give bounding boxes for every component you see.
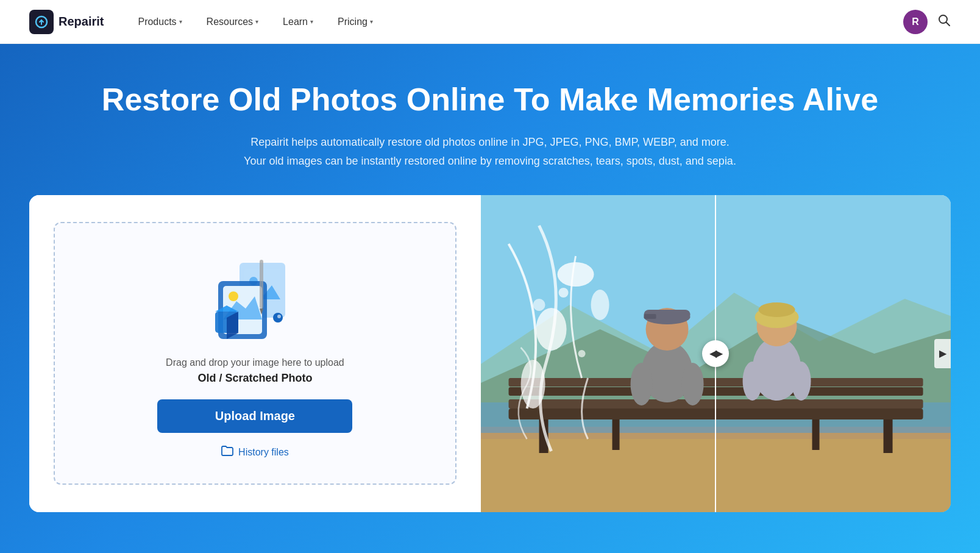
before-after-container: ◀▶ ▶ xyxy=(481,195,951,512)
nav-links: Products ▾ Resources ▾ Learn ▾ Pricing ▾ xyxy=(128,12,903,32)
photo-type-label: Old / Scratched Photo xyxy=(197,372,312,385)
svg-rect-23 xyxy=(883,419,892,453)
upload-dropzone[interactable]: Drag and drop your image here to upload … xyxy=(54,222,456,485)
nav-products[interactable]: Products ▾ xyxy=(128,12,191,32)
svg-point-42 xyxy=(591,290,609,320)
svg-point-41 xyxy=(520,360,545,409)
drag-drop-text: Drag and drop your image here to upload xyxy=(166,357,344,368)
svg-point-31 xyxy=(630,363,652,405)
svg-point-38 xyxy=(791,362,811,401)
svg-point-13 xyxy=(277,315,281,318)
hero-subtitle: Repairit helps automatically restore old… xyxy=(29,133,951,170)
hero-title: Restore Old Photos Online To Make Memori… xyxy=(29,80,951,118)
svg-point-32 xyxy=(681,363,703,405)
nav-right: R xyxy=(903,10,951,34)
history-files-link[interactable]: History files xyxy=(221,445,289,459)
upload-panel: Drag and drop your image here to upload … xyxy=(29,195,481,512)
svg-point-40 xyxy=(536,308,566,351)
svg-point-39 xyxy=(557,262,594,287)
svg-line-2 xyxy=(946,23,950,26)
main-card: Drag and drop your image here to upload … xyxy=(29,195,951,512)
arrows-icon: ◀▶ xyxy=(709,348,722,359)
svg-point-8 xyxy=(229,291,238,301)
svg-point-37 xyxy=(742,362,762,401)
nav-learn[interactable]: Learn ▾ xyxy=(273,12,323,32)
nav-resources[interactable]: Resources ▾ xyxy=(197,12,268,32)
folder-icon xyxy=(221,445,233,459)
svg-point-44 xyxy=(578,350,585,357)
avatar[interactable]: R xyxy=(903,10,928,34)
before-after-slider[interactable]: ◀▶ xyxy=(702,340,729,367)
svg-rect-30 xyxy=(644,314,656,319)
chevron-right-icon: ▶ xyxy=(939,348,946,359)
svg-rect-10 xyxy=(260,260,263,309)
svg-rect-24 xyxy=(612,419,619,450)
svg-point-43 xyxy=(558,288,568,298)
upload-image-button[interactable]: Upload Image xyxy=(157,399,352,433)
logo-icon xyxy=(29,10,54,34)
chevron-down-icon: ▾ xyxy=(255,18,258,25)
svg-point-45 xyxy=(533,299,545,311)
svg-rect-25 xyxy=(812,419,819,450)
chevron-down-icon: ▾ xyxy=(179,18,182,25)
navbar: Repairit Products ▾ Resources ▾ Learn ▾ … xyxy=(0,0,980,44)
search-icon[interactable] xyxy=(937,13,951,30)
chevron-down-icon: ▾ xyxy=(370,18,373,25)
next-arrow-button[interactable]: ▶ xyxy=(934,339,951,368)
chevron-down-icon: ▾ xyxy=(310,18,313,25)
upload-illustration xyxy=(206,248,304,345)
hero-section: Restore Old Photos Online To Make Memori… xyxy=(0,44,980,553)
preview-panel: ◀▶ ▶ xyxy=(481,195,951,512)
nav-logo[interactable]: Repairit xyxy=(29,10,104,34)
logo-text: Repairit xyxy=(59,15,104,29)
svg-point-36 xyxy=(758,302,795,317)
nav-pricing[interactable]: Pricing ▾ xyxy=(328,12,383,32)
